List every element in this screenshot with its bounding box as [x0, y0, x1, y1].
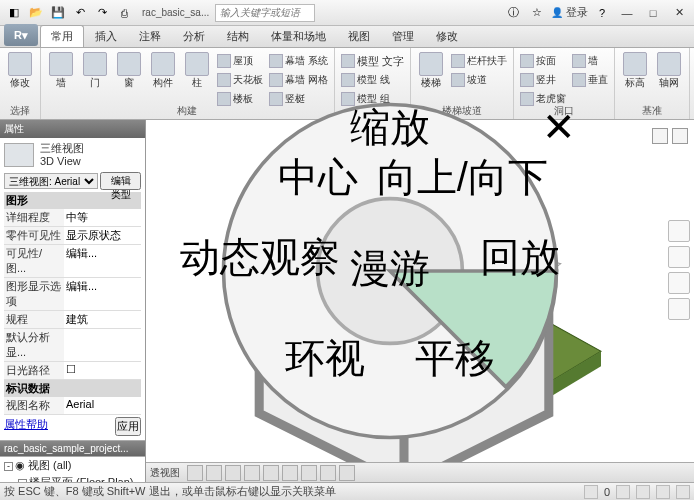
tab-common[interactable]: 常用: [40, 25, 84, 47]
status-bar: 按 ESC 键、F8 键或 Shift+W 退出，或单击鼠标右键以显示关联菜单 …: [0, 482, 694, 500]
svg-text:中心: 中心: [278, 155, 358, 199]
design-options-icon[interactable]: [636, 485, 650, 499]
vertical-button[interactable]: 垂直: [570, 71, 610, 89]
group-select: 修改 选择: [0, 48, 41, 119]
reveal-icon[interactable]: [339, 465, 355, 481]
render-icon[interactable]: [244, 465, 260, 481]
drawing-canvas[interactable]: 缩放 回放 平移 环视 动态观察 中心 向上/向下 漫游 ✕ 透视图: [146, 120, 694, 482]
tab-structure[interactable]: 结构: [216, 25, 260, 47]
component-button[interactable]: 构件: [147, 50, 179, 88]
shaft-button[interactable]: 竖井: [518, 71, 568, 89]
main-area: 属性 三维视图3D View 三维视图: Aerial 编辑类型 图形 详细程度…: [0, 120, 694, 482]
help-icon[interactable]: ?: [592, 3, 612, 23]
crop-region-icon[interactable]: [282, 465, 298, 481]
column-button[interactable]: 柱: [181, 50, 213, 88]
roof-button[interactable]: 屋顶: [215, 52, 265, 70]
model-text-button[interactable]: 模型 文字: [339, 52, 406, 70]
tab-annotate[interactable]: 注释: [128, 25, 172, 47]
tab-massing[interactable]: 体量和场地: [260, 25, 337, 47]
tab-view[interactable]: 视图: [337, 25, 381, 47]
print-icon[interactable]: ⎙: [114, 3, 134, 23]
steering-wheel[interactable]: 缩放 回放 平移 环视 动态观察 中心 向上/向下 漫游 ✕: [116, 90, 664, 452]
title-bar: ◧ 📂 💾 ↶ ↷ ⎙ rac_basic_sa... ⓘ ☆ 👤 登录 ? —…: [0, 0, 694, 26]
full-nav-wheel-icon[interactable]: [668, 246, 690, 268]
grid-button[interactable]: 轴网: [653, 50, 685, 88]
open-icon[interactable]: 📂: [26, 3, 46, 23]
svg-text:动态观察: 动态观察: [180, 235, 340, 279]
group-room: 房间 面积 图例 标记 房间和面积: [690, 48, 694, 119]
tab-insert[interactable]: 插入: [84, 25, 128, 47]
minimize-button[interactable]: —: [616, 5, 638, 21]
status-hint: 按 ESC 键、F8 键或 Shift+W 退出，或单击鼠标右键以显示关联菜单: [4, 484, 336, 499]
properties-help-link[interactable]: 属性帮助: [4, 417, 48, 436]
search-input[interactable]: [215, 4, 315, 22]
app-menu-icon[interactable]: ◧: [4, 3, 24, 23]
svg-text:漫游: 漫游: [350, 246, 430, 290]
navigation-bar: [668, 220, 690, 320]
wall-opening-button[interactable]: 墙: [570, 52, 610, 70]
editable-only-icon[interactable]: [656, 485, 670, 499]
close-button[interactable]: ✕: [668, 5, 690, 21]
expand-icon[interactable]: -: [4, 462, 13, 471]
zoom-icon[interactable]: [668, 298, 690, 320]
login-link[interactable]: 👤 登录: [551, 5, 588, 20]
shadows-icon[interactable]: [225, 465, 241, 481]
tab-modify[interactable]: 修改: [425, 25, 469, 47]
cursor-icon: [8, 52, 32, 76]
level-button[interactable]: 标高: [619, 50, 651, 88]
svg-text:回放: 回放: [480, 235, 560, 279]
filter-icon[interactable]: [584, 485, 598, 499]
press-drag-icon[interactable]: [676, 485, 690, 499]
view-selector[interactable]: 三维视图: Aerial: [4, 173, 98, 189]
railing-button[interactable]: 栏杆扶手: [449, 52, 509, 70]
svg-text:环视: 环视: [285, 336, 365, 380]
ribbon-tabstrip: 常用 插入 注释 分析 结构 体量和场地 视图 管理 修改: [0, 26, 694, 48]
save-icon[interactable]: 💾: [48, 3, 68, 23]
stair-button[interactable]: 楼梯: [415, 50, 447, 88]
view-control-bar: 透视图: [146, 462, 694, 482]
tab-manage[interactable]: 管理: [381, 25, 425, 47]
wheel-close-icon[interactable]: ✕: [542, 105, 576, 149]
redo-icon[interactable]: ↷: [92, 3, 112, 23]
home-icon[interactable]: [668, 220, 690, 242]
search-box[interactable]: [215, 4, 315, 22]
window-button[interactable]: 窗: [113, 50, 145, 88]
visual-style-icon[interactable]: [187, 465, 203, 481]
svg-text:平移: 平移: [415, 336, 495, 380]
maximize-button[interactable]: □: [642, 5, 664, 21]
quick-access-toolbar: ◧ 📂 💾 ↶ ↷ ⎙: [4, 3, 134, 23]
selection-count: 0: [604, 486, 610, 498]
star-icon[interactable]: ☆: [527, 3, 547, 23]
project-browser[interactable]: -◉ 视图 (all) -楼层平面 (Floor Plan) Level 1 L…: [0, 456, 145, 482]
by-face-button[interactable]: 按面: [518, 52, 568, 70]
view-type-icon: [4, 143, 34, 167]
door-button[interactable]: 门: [79, 50, 111, 88]
tab-analyze[interactable]: 分析: [172, 25, 216, 47]
ceiling-button[interactable]: 天花板: [215, 71, 265, 89]
curtain-system-button[interactable]: 幕墙 系统: [267, 52, 330, 70]
svg-text:向上/向下: 向上/向下: [377, 155, 548, 199]
sun-path-icon[interactable]: [206, 465, 222, 481]
info-icon[interactable]: ⓘ: [503, 3, 523, 23]
worksets-icon[interactable]: [616, 485, 630, 499]
ramp-button[interactable]: 坡道: [449, 71, 509, 89]
pan-icon[interactable]: [668, 272, 690, 294]
svg-text:缩放: 缩放: [350, 105, 430, 149]
close-view-icon[interactable]: [672, 128, 688, 144]
wall-button[interactable]: 墙: [45, 50, 77, 88]
temp-hide-icon[interactable]: [320, 465, 336, 481]
crop-icon[interactable]: [263, 465, 279, 481]
model-line-button[interactable]: 模型 线: [339, 71, 406, 89]
document-title: rac_basic_sa...: [142, 7, 209, 18]
curtain-grid-button[interactable]: 幕墙 网格: [267, 71, 330, 89]
undo-icon[interactable]: ↶: [70, 3, 90, 23]
app-button[interactable]: R▾: [4, 24, 38, 46]
modify-button[interactable]: 修改: [4, 50, 36, 88]
lock-icon[interactable]: [301, 465, 317, 481]
